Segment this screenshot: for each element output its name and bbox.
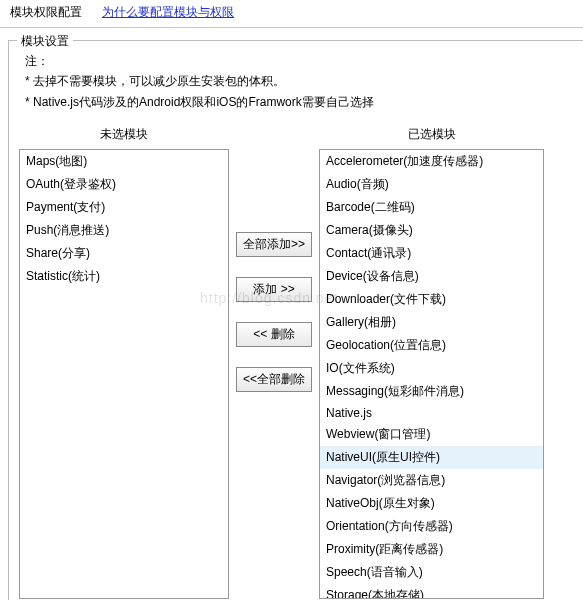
list-item[interactable]: NativeObj(原生对象) [320,492,543,515]
list-item[interactable]: Webview(窗口管理) [320,423,543,446]
list-item[interactable]: IO(文件系统) [320,357,543,380]
list-item[interactable]: Speech(语音输入) [320,561,543,584]
add-all-button[interactable]: 全部添加>> [236,232,312,257]
dual-list-columns: 未选模块 Maps(地图)OAuth(登录鉴权)Payment(支付)Push(… [19,122,573,599]
notes-label: 注： [25,51,573,71]
list-item[interactable]: Statistic(统计) [20,265,228,288]
remove-button[interactable]: << 删除 [236,322,312,347]
list-item[interactable]: NativeUI(原生UI控件) [320,446,543,469]
selected-listbox[interactable]: Accelerometer(加速度传感器)Audio(音频)Barcode(二维… [319,149,544,599]
list-item[interactable]: Contact(通讯录) [320,242,543,265]
list-item[interactable]: Push(消息推送) [20,219,228,242]
transfer-buttons-column: 全部添加>> 添加 >> << 删除 <<全部删除 [229,122,319,599]
notes-block: 注： * 去掉不需要模块，可以减少原生安装包的体积。 * Native.js代码… [25,51,573,112]
why-configure-link[interactable]: 为什么要配置模块与权限 [102,4,234,21]
list-item[interactable]: Accelerometer(加速度传感器) [320,150,543,173]
note-line-2: * Native.js代码涉及的Android权限和iOS的Framwork需要… [25,92,573,112]
list-item[interactable]: Navigator(浏览器信息) [320,469,543,492]
list-item[interactable]: Storage(本地存储) [320,584,543,599]
unselected-column: 未选模块 Maps(地图)OAuth(登录鉴权)Payment(支付)Push(… [19,122,229,599]
list-item[interactable]: Downloader(文件下载) [320,288,543,311]
list-item[interactable]: Camera(摄像头) [320,219,543,242]
list-item[interactable]: Native.js [320,403,543,423]
remove-all-button[interactable]: <<全部删除 [236,367,312,392]
list-item[interactable]: Barcode(二维码) [320,196,543,219]
list-item[interactable]: Geolocation(位置信息) [320,334,543,357]
list-item[interactable]: Gallery(相册) [320,311,543,334]
list-item[interactable]: Messaging(短彩邮件消息) [320,380,543,403]
list-item[interactable]: Orientation(方向传感器) [320,515,543,538]
list-item[interactable]: Proximity(距离传感器) [320,538,543,561]
add-button[interactable]: 添加 >> [236,277,312,302]
list-item[interactable]: OAuth(登录鉴权) [20,173,228,196]
unselected-listbox[interactable]: Maps(地图)OAuth(登录鉴权)Payment(支付)Push(消息推送)… [19,149,229,599]
unselected-header: 未选模块 [100,122,148,149]
selected-column: 已选模块 Accelerometer(加速度传感器)Audio(音频)Barco… [319,122,544,599]
fieldset-legend: 模块设置 [17,33,73,50]
list-item[interactable]: Device(设备信息) [320,265,543,288]
list-item[interactable]: Audio(音频) [320,173,543,196]
list-item[interactable]: Maps(地图) [20,150,228,173]
module-settings-fieldset: 模块设置 注： * 去掉不需要模块，可以减少原生安装包的体积。 * Native… [8,40,583,600]
header-title: 模块权限配置 [10,4,82,21]
list-item[interactable]: Share(分享) [20,242,228,265]
list-item[interactable]: Payment(支付) [20,196,228,219]
header-bar: 模块权限配置 为什么要配置模块与权限 [0,0,583,28]
note-line-1: * 去掉不需要模块，可以减少原生安装包的体积。 [25,71,573,91]
selected-header: 已选模块 [408,122,456,149]
